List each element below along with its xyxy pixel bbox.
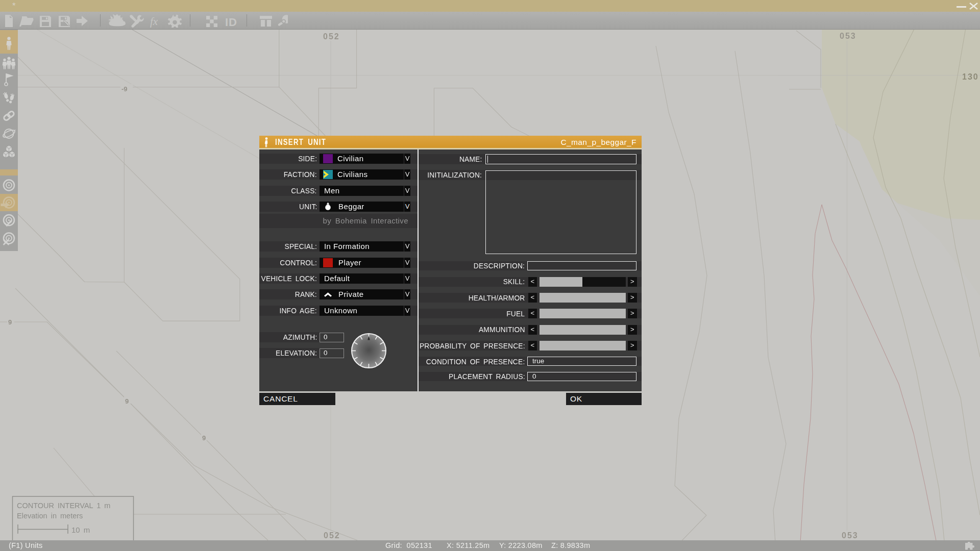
svg-text:052: 052 (324, 531, 340, 540)
svg-text:130: 130 (962, 72, 979, 81)
svg-text:9: 9 (125, 397, 129, 405)
svg-text:fx: fx (150, 15, 158, 28)
svg-text:Elevation in meters: Elevation in meters (17, 512, 83, 520)
svg-text:053: 053 (840, 32, 856, 40)
svg-text:9: 9 (202, 434, 206, 442)
svg-text:052: 052 (323, 32, 340, 41)
svg-text:ID: ID (225, 16, 237, 28)
svg-text:CONTOUR INTERVAL 1 m: CONTOUR INTERVAL 1 m (17, 502, 110, 510)
svg-text:053: 053 (842, 531, 859, 540)
svg-text:-9: -9 (121, 85, 128, 93)
svg-text:9: 9 (8, 318, 12, 326)
svg-text:10 m: 10 m (71, 525, 90, 534)
